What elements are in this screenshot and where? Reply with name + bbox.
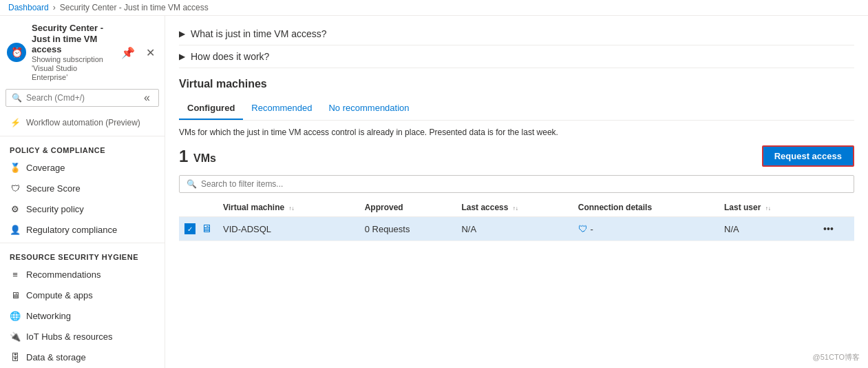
col-last-user: Last user ↑↓ <box>719 198 818 217</box>
col-last-access-sort: ↑↓ <box>513 206 518 212</box>
row-approved: 0 Requests <box>359 217 456 241</box>
sidebar-item-regulatory-compliance[interactable]: 👤 Regulatory compliance <box>0 219 165 240</box>
sidebar-item-iot-hubs-label: IoT Hubs & resources <box>26 331 112 342</box>
pin-button[interactable]: 📌 <box>118 45 138 61</box>
tab-no-recommendation[interactable]: No recommendation <box>320 97 417 120</box>
filter-input[interactable] <box>201 179 847 189</box>
row-last-user: N/A <box>719 217 818 241</box>
sidebar-item-data-storage-label: Data & storage <box>26 352 86 362</box>
row-connection-details-value: - <box>590 224 593 234</box>
section-resource-security: RESOURCE SECURITY HYGIENE <box>0 246 165 264</box>
request-access-button[interactable]: Request access <box>762 145 854 167</box>
vm-tabs: Configured Recommended No recommendation <box>179 97 854 121</box>
col-connection-details: Connection details <box>573 198 719 217</box>
count-row: 1 VMs Request access <box>179 145 854 167</box>
sidebar-item-coverage-label: Coverage <box>26 163 65 173</box>
row-connection-details: 🛡 - <box>573 217 719 241</box>
breadcrumb: Dashboard › Security Center - Just in ti… <box>0 0 868 16</box>
divider-1 <box>0 136 165 136</box>
sidebar-subtitle: Showing subscription 'Visual Studio Ente… <box>32 55 113 83</box>
col-approved: Approved <box>359 198 456 217</box>
col-actions <box>818 198 854 217</box>
iot-hubs-icon: 🔌 <box>10 331 21 342</box>
data-storage-icon: 🗄 <box>10 351 21 362</box>
close-button[interactable]: ✕ <box>143 45 158 61</box>
vm-count-label: VMs <box>193 152 216 164</box>
secure-score-icon: 🛡 <box>10 183 21 194</box>
sidebar-item-workflow-label: Workflow automation (Preview) <box>26 118 140 127</box>
row-more-button[interactable]: ••• <box>823 223 834 234</box>
sidebar-title: Security Center - Just in time VM access <box>32 23 113 55</box>
main-content: ▶ What is just in time VM access? ▶ How … <box>165 16 868 368</box>
sidebar-item-iot-hubs[interactable]: 🔌 IoT Hubs & resources <box>0 326 165 347</box>
filter-search-icon: 🔍 <box>187 179 197 189</box>
app-icon: ⏰ <box>7 43 26 62</box>
vm-type-icon: 🖥 <box>201 223 212 235</box>
breadcrumb-sep: › <box>53 3 56 12</box>
expandable-divider-1 <box>179 45 854 45</box>
chevron-how-does: ▶ <box>179 52 185 61</box>
sidebar-item-data-storage[interactable]: 🗄 Data & storage <box>0 347 165 367</box>
sidebar-item-security-policy[interactable]: ⚙ Security policy <box>0 198 165 219</box>
row-vm-name: VID-ADSQL <box>218 217 359 241</box>
vm-table: Virtual machine ↑↓ Approved Last access … <box>179 198 854 241</box>
vm-description: VMs for which the just in time VM access… <box>179 127 854 137</box>
coverage-icon: 🏅 <box>10 162 21 173</box>
regulatory-compliance-icon: 👤 <box>10 224 21 235</box>
table-row[interactable]: ✓ 🖥 VID-ADSQL 0 Requests N/A 🛡 - N/A <box>179 217 854 241</box>
expandable-how-does[interactable]: ▶ How does it work? <box>179 47 854 66</box>
chevron-what-is: ▶ <box>179 29 185 39</box>
col-last-user-sort: ↑↓ <box>765 206 771 212</box>
sidebar-item-compute-apps[interactable]: 🖥 Compute & apps <box>0 285 165 305</box>
filter-bar: 🔍 <box>179 175 854 193</box>
table-header-row: Virtual machine ↑↓ Approved Last access … <box>179 198 854 217</box>
sidebar-item-regulatory-compliance-label: Regulatory compliance <box>26 225 117 235</box>
search-icon: 🔍 <box>12 93 22 103</box>
sidebar-item-security-policy-label: Security policy <box>26 204 84 214</box>
sidebar-item-networking-label: Networking <box>26 311 71 321</box>
tab-configured[interactable]: Configured <box>179 97 243 120</box>
sidebar-item-secure-score-label: Secure Score <box>26 183 81 194</box>
tab-recommended[interactable]: Recommended <box>243 97 320 120</box>
sidebar-item-recommendations-label: Recommendations <box>26 269 100 280</box>
workflow-icon: ⚡ <box>10 117 21 128</box>
col-last-access-label: Last access <box>461 203 508 212</box>
col-checkbox <box>179 198 218 217</box>
breadcrumb-dashboard[interactable]: Dashboard <box>8 3 49 12</box>
col-last-access: Last access ↑↓ <box>456 198 572 217</box>
sidebar-item-networking[interactable]: 🌐 Networking <box>0 305 165 326</box>
sidebar-item-workflow[interactable]: ⚡ Workflow automation (Preview) <box>0 112 165 133</box>
col-connection-details-label: Connection details <box>578 203 652 212</box>
sidebar-header: ⏰ Security Center - Just in time VM acce… <box>0 16 165 86</box>
sidebar-header-actions: 📌 ✕ <box>118 45 158 61</box>
sidebar-item-recommendations[interactable]: ≡ Recommendations <box>0 264 165 285</box>
networking-icon: 🌐 <box>10 310 21 321</box>
expandable-what-is[interactable]: ▶ What is just in time VM access? <box>179 24 854 43</box>
search-input[interactable] <box>26 93 137 103</box>
content-body: ▶ What is just in time VM access? ▶ How … <box>165 16 868 249</box>
col-last-user-label: Last user <box>724 203 761 212</box>
divider-2 <box>0 243 165 243</box>
vm-count: 1 <box>179 147 188 165</box>
row-last-access: N/A <box>456 217 572 241</box>
security-policy-icon: ⚙ <box>10 203 21 214</box>
expandable-what-is-label: What is just in time VM access? <box>191 28 327 39</box>
vm-section-title: Virtual machines <box>179 78 854 90</box>
row-more-actions-cell: ••• <box>818 217 854 241</box>
col-vm-sort: ↑↓ <box>289 206 295 212</box>
expandable-divider-2 <box>179 68 854 68</box>
expandable-how-does-label: How does it work? <box>191 51 269 62</box>
recommendations-icon: ≡ <box>10 269 21 280</box>
watermark: @51CTO博客 <box>813 352 860 362</box>
sidebar-item-coverage[interactable]: 🏅 Coverage <box>0 157 165 178</box>
sidebar-item-secure-score[interactable]: 🛡 Secure Score <box>0 178 165 198</box>
row-checkbox[interactable]: ✓ <box>184 223 195 234</box>
sidebar-header-text: Security Center - Just in time VM access… <box>32 23 113 82</box>
collapse-button[interactable]: « <box>141 92 153 104</box>
col-virtual-machine: Virtual machine ↑↓ <box>218 198 359 217</box>
compute-apps-icon: 🖥 <box>10 289 21 300</box>
col-approved-label: Approved <box>365 203 403 212</box>
row-checkbox-cell: ✓ 🖥 <box>179 217 218 241</box>
connection-icon: 🛡 <box>578 223 588 234</box>
search-bar: 🔍 « <box>6 89 159 107</box>
